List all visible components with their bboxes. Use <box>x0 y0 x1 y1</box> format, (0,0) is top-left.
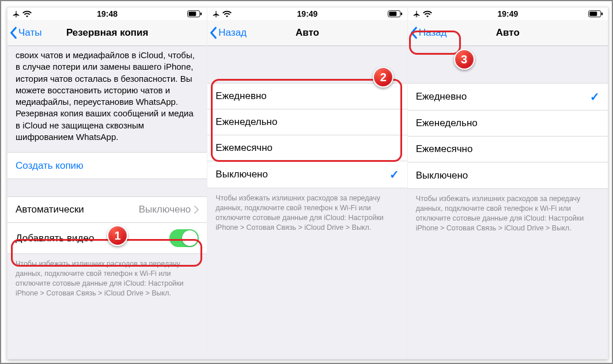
screen3-content: Ежедневно ✓ Еженедельно Ежемесячно Выклю… <box>408 46 608 359</box>
options-group: Ежедневно ✓ Еженедельно Ежемесячно Выклю… <box>408 83 608 189</box>
status-bar: 19:49 <box>408 7 608 20</box>
create-backup-label: Создать копию <box>16 160 84 172</box>
checkmark-icon: ✓ <box>590 90 600 104</box>
footer-note: Чтобы избежать излишних расходов за пере… <box>408 189 608 238</box>
footer-note: Чтобы избежать излишних расходов за пере… <box>207 188 407 238</box>
nav-bar: Чаты Резервная копия <box>7 20 207 46</box>
screenshot-stage: 19:48 Чаты Резервная копия своих чатов <box>7 7 608 359</box>
phone-screen-2: 19:49 Назад Авто <box>207 7 407 359</box>
option-monthly-label: Ежемесячно <box>215 142 273 154</box>
include-video-row: Добавлять видео <box>7 223 207 253</box>
svg-rect-8 <box>601 13 603 16</box>
status-time: 19:48 <box>7 9 207 18</box>
nav-title: Авто <box>408 27 608 39</box>
option-weekly[interactable]: Еженедельно <box>207 109 407 135</box>
create-backup-group: Создать копию <box>7 152 207 179</box>
spacer <box>207 46 407 83</box>
status-right <box>588 10 603 17</box>
option-weekly-label: Еженедельно <box>416 117 478 129</box>
screen1-content: своих чатов и медиафайлов в iCloud, чтоб… <box>7 46 207 359</box>
spacer <box>408 46 608 83</box>
option-off-label: Выключено <box>416 170 468 181</box>
nav-bar: Назад Авто <box>408 20 608 46</box>
auto-backup-value-text: Выключено <box>139 204 191 215</box>
svg-rect-2 <box>200 13 202 16</box>
nav-title: Резервная копия <box>7 27 207 39</box>
group-gap <box>7 179 207 196</box>
phone-screen-3: 19:49 Назад Авто <box>408 7 608 359</box>
option-monthly[interactable]: Ежемесячно <box>408 136 608 162</box>
svg-rect-1 <box>189 12 196 16</box>
option-off[interactable]: Выключено <box>408 162 608 188</box>
battery-icon <box>187 10 202 17</box>
status-time: 19:49 <box>408 9 608 18</box>
svg-rect-5 <box>400 13 402 16</box>
nav-bar: Назад Авто <box>207 20 407 46</box>
option-daily[interactable]: Ежедневно <box>207 84 407 109</box>
checkmark-icon: ✓ <box>389 168 399 181</box>
auto-backup-value: Выключено <box>139 204 199 215</box>
option-off[interactable]: Выключено ✓ <box>207 161 407 188</box>
chevron-right-icon <box>194 206 199 214</box>
backup-description: своих чатов и медиафайлов в iCloud, чтоб… <box>7 46 207 152</box>
option-daily-label: Ежедневно <box>215 90 266 102</box>
status-time: 19:49 <box>207 9 407 18</box>
battery-icon <box>588 10 603 17</box>
status-right <box>388 10 403 17</box>
options-group: Ежедневно Еженедельно Ежемесячно Выключе… <box>207 83 407 188</box>
include-video-switch[interactable] <box>169 229 199 247</box>
include-video-label: Добавлять видео <box>16 233 94 244</box>
battery-icon <box>388 10 403 17</box>
canvas: 19:48 Чаты Резервная копия своих чатов <box>0 0 613 364</box>
status-bar: 19:48 <box>7 7 207 20</box>
switch-knob <box>182 230 198 246</box>
svg-rect-7 <box>589 12 597 16</box>
footer-note: Чтобы избежать излишних расходов за пере… <box>7 254 207 304</box>
status-right <box>187 10 202 17</box>
option-monthly-label: Ежемесячно <box>416 143 473 155</box>
option-daily-label: Ежедневно <box>416 91 467 103</box>
option-weekly-label: Еженедельно <box>215 116 277 128</box>
backup-options-group: Автоматически Выключено Добавлять видео <box>7 196 207 254</box>
option-daily[interactable]: Ежедневно ✓ <box>408 84 608 111</box>
svg-rect-4 <box>389 12 396 16</box>
auto-backup-label: Автоматически <box>16 204 84 215</box>
create-backup-button[interactable]: Создать копию <box>7 153 207 179</box>
option-monthly[interactable]: Ежемесячно <box>207 135 407 161</box>
nav-title: Авто <box>207 27 407 39</box>
status-bar: 19:49 <box>207 7 407 20</box>
auto-backup-row[interactable]: Автоматически Выключено <box>7 197 207 223</box>
phone-screen-1: 19:48 Чаты Резервная копия своих чатов <box>7 7 207 359</box>
screen2-content: Ежедневно Еженедельно Ежемесячно Выключе… <box>207 46 407 359</box>
option-weekly[interactable]: Еженедельно <box>408 111 608 136</box>
option-off-label: Выключено <box>215 169 268 180</box>
